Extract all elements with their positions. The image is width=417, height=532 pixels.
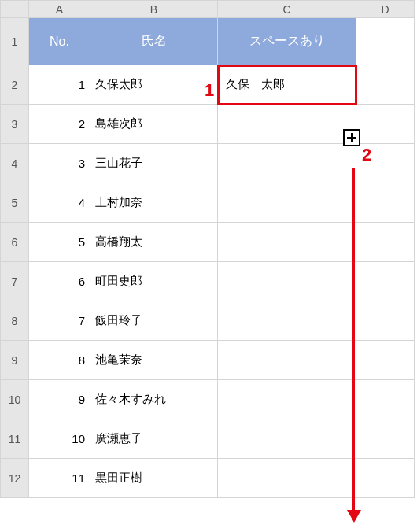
annotation-arrow-line [352, 168, 355, 515]
cell-D9[interactable] [356, 341, 415, 380]
row-header-5[interactable]: 5 [1, 183, 29, 223]
cell-B2[interactable]: 久保太郎 [90, 65, 218, 105]
row-header-4[interactable]: 4 [1, 144, 29, 183]
cell-D6[interactable] [356, 223, 415, 262]
cell-D1[interactable] [356, 18, 415, 65]
cell-C3[interactable] [218, 105, 356, 144]
cell-C12[interactable] [218, 459, 356, 498]
cell-A11[interactable]: 10 [29, 419, 90, 459]
cell-C5[interactable] [218, 183, 356, 223]
cell-D11[interactable] [356, 419, 415, 459]
cell-D4[interactable] [356, 144, 415, 183]
cell-B11[interactable]: 廣瀬恵子 [90, 419, 218, 459]
column-header-D[interactable]: D [356, 1, 415, 18]
cell-D3[interactable] [356, 105, 415, 144]
row-header-9[interactable]: 9 [1, 341, 29, 380]
column-header-B[interactable]: B [90, 1, 218, 18]
cell-A5[interactable]: 4 [29, 183, 90, 223]
row-header-8[interactable]: 8 [1, 301, 29, 341]
cell-D8[interactable] [356, 301, 415, 341]
cell-B1[interactable]: 氏名 [90, 18, 218, 65]
annotation-arrow-head-icon [347, 510, 361, 523]
cell-A12[interactable]: 11 [29, 459, 90, 498]
cell-B10[interactable]: 佐々木すみれ [90, 380, 218, 419]
cell-C8[interactable] [218, 301, 356, 341]
cell-C7[interactable] [218, 262, 356, 301]
row-header-3[interactable]: 3 [1, 105, 29, 144]
cell-C4[interactable] [218, 144, 356, 183]
cell-C2[interactable]: 久保 太郎 [218, 65, 356, 105]
cell-A10[interactable]: 9 [29, 380, 90, 419]
cell-A8[interactable]: 7 [29, 301, 90, 341]
row-header-1[interactable]: 1 [1, 18, 29, 65]
cell-B6[interactable]: 高橋翔太 [90, 223, 218, 262]
row-header-10[interactable]: 10 [1, 380, 29, 419]
cell-A2[interactable]: 1 [29, 65, 90, 105]
cell-D12[interactable] [356, 459, 415, 498]
cell-D2[interactable] [356, 65, 415, 105]
cell-B9[interactable]: 池亀茉奈 [90, 341, 218, 380]
cell-A6[interactable]: 5 [29, 223, 90, 262]
cell-B5[interactable]: 上村加奈 [90, 183, 218, 223]
cell-C6[interactable] [218, 223, 356, 262]
cell-B7[interactable]: 町田史郎 [90, 262, 218, 301]
row-header-11[interactable]: 11 [1, 419, 29, 459]
cell-C11[interactable] [218, 419, 356, 459]
cell-B3[interactable]: 島雄次郎 [90, 105, 218, 144]
cell-A7[interactable]: 6 [29, 262, 90, 301]
cell-C1[interactable]: スペースあり [218, 18, 356, 65]
cell-B4[interactable]: 三山花子 [90, 144, 218, 183]
cell-A1[interactable]: No. [29, 18, 90, 65]
row-header-2[interactable]: 2 [1, 65, 29, 105]
fill-handle-icon[interactable] [343, 129, 360, 146]
column-header-C[interactable]: C [218, 1, 356, 18]
cell-C9[interactable] [218, 341, 356, 380]
row-header-12[interactable]: 12 [1, 459, 29, 498]
cell-B12[interactable]: 黒田正樹 [90, 459, 218, 498]
cell-D7[interactable] [356, 262, 415, 301]
cell-A9[interactable]: 8 [29, 341, 90, 380]
select-all-corner[interactable] [1, 1, 29, 18]
cell-B8[interactable]: 飯田玲子 [90, 301, 218, 341]
cell-A3[interactable]: 2 [29, 105, 90, 144]
cell-C10[interactable] [218, 380, 356, 419]
cell-A4[interactable]: 3 [29, 144, 90, 183]
cell-D5[interactable] [356, 183, 415, 223]
row-header-6[interactable]: 6 [1, 223, 29, 262]
cell-D10[interactable] [356, 380, 415, 419]
row-header-7[interactable]: 7 [1, 262, 29, 301]
column-header-A[interactable]: A [29, 1, 90, 18]
